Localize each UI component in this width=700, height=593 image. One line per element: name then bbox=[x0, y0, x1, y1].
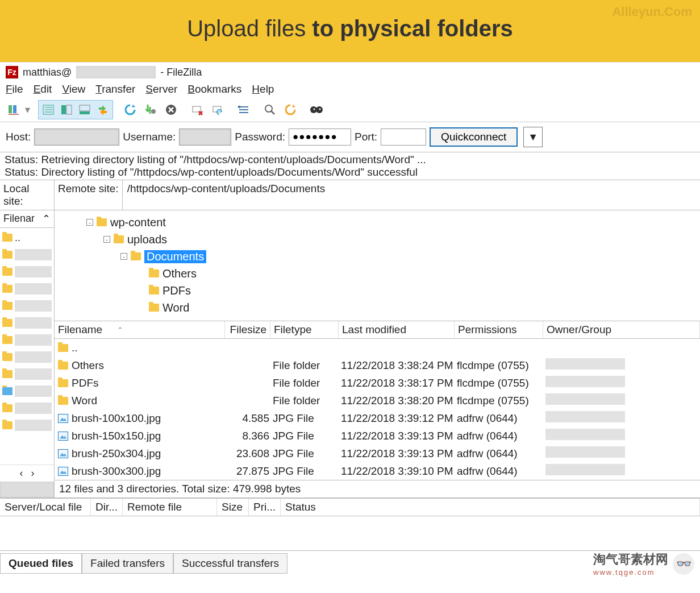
file-row[interactable]: brush-150x150.jpg 8.366 JPG File 11/22/2… bbox=[55, 427, 700, 445]
tab-queued[interactable]: Queued files bbox=[0, 553, 82, 574]
menu-transfer[interactable]: Transfer bbox=[95, 83, 135, 96]
process-queue-icon[interactable] bbox=[141, 101, 160, 118]
remote-site-path[interactable]: /httpdocs/wp-content/uploads/Documents bbox=[123, 180, 700, 210]
menu-server[interactable]: Server bbox=[145, 83, 177, 96]
queue-body[interactable] bbox=[0, 516, 700, 550]
local-scrollbar[interactable]: ‹› bbox=[0, 465, 54, 482]
redacted-text bbox=[545, 429, 625, 440]
file-modified: 11/22/2018 3:38:24 PM bbox=[341, 359, 457, 372]
expander-icon[interactable]: - bbox=[86, 219, 93, 226]
redacted-text bbox=[15, 249, 52, 260]
cancel-icon[interactable] bbox=[162, 101, 180, 118]
port-input[interactable] bbox=[381, 128, 426, 146]
redacted-text bbox=[15, 317, 52, 329]
svg-rect-7 bbox=[61, 105, 66, 114]
reconnect-icon[interactable] bbox=[209, 101, 227, 118]
toggle-queue-icon[interactable] bbox=[76, 101, 94, 118]
col-permissions[interactable]: Permissions bbox=[455, 321, 543, 338]
col-owner[interactable]: Owner/Group bbox=[543, 321, 700, 338]
qcol-status[interactable]: Status bbox=[281, 499, 700, 516]
tree-item[interactable]: PDFs bbox=[83, 282, 694, 299]
compare-icon[interactable] bbox=[281, 101, 299, 118]
expander-icon[interactable]: - bbox=[103, 236, 110, 243]
file-permissions: flcdmpe (0755) bbox=[457, 395, 545, 407]
titlebar[interactable]: Fz matthias@ - FileZilla bbox=[0, 63, 700, 81]
find-icon[interactable] bbox=[307, 101, 326, 118]
bottom-tabs: Queued files Failed transfers Successful… bbox=[0, 550, 700, 577]
file-permissions: flcdmpe (0755) bbox=[457, 377, 545, 389]
local-header[interactable]: Filenar⌃ bbox=[0, 210, 54, 228]
password-input[interactable] bbox=[289, 128, 351, 146]
quickconnect-dropdown-icon[interactable]: ▼ bbox=[523, 127, 543, 147]
queue-header[interactable]: Server/Local file Dir... Remote file Siz… bbox=[0, 498, 700, 516]
disconnect-icon[interactable] bbox=[188, 101, 206, 118]
folder-icon bbox=[2, 353, 13, 361]
col-filesize[interactable]: Filesize bbox=[225, 321, 270, 338]
sync-browse-icon[interactable] bbox=[94, 101, 112, 118]
local-parent-row[interactable]: .. bbox=[2, 229, 52, 246]
tree-item[interactable]: Word bbox=[83, 299, 694, 316]
image-file-icon bbox=[58, 449, 68, 458]
col-filetype[interactable]: Filetype bbox=[270, 321, 339, 338]
local-item[interactable] bbox=[2, 263, 52, 280]
filezilla-logo-icon: Fz bbox=[6, 66, 18, 78]
local-item[interactable] bbox=[2, 280, 52, 297]
username-input[interactable] bbox=[179, 128, 231, 146]
qcol-size[interactable]: Size bbox=[217, 499, 249, 516]
local-item[interactable] bbox=[2, 331, 52, 349]
quickconnect-button[interactable]: Quickconnect bbox=[430, 127, 518, 147]
toolbar: ▾ bbox=[0, 98, 700, 122]
qcol-remote[interactable]: Remote file bbox=[123, 499, 217, 516]
col-filename[interactable]: Filename⌃ bbox=[55, 321, 225, 338]
local-item[interactable] bbox=[2, 383, 52, 400]
local-item[interactable] bbox=[2, 314, 52, 331]
local-item[interactable] bbox=[2, 349, 52, 366]
file-modified: 11/22/2018 3:39:12 PM bbox=[341, 412, 457, 425]
menu-view[interactable]: View bbox=[62, 83, 85, 96]
host-input[interactable] bbox=[34, 128, 119, 146]
file-row[interactable]: PDFs File folder 11/22/2018 3:38:17 PM f… bbox=[55, 374, 700, 392]
file-row[interactable]: Others File folder 11/22/2018 3:38:24 PM… bbox=[55, 356, 700, 374]
svg-rect-8 bbox=[66, 105, 72, 114]
remote-tree[interactable]: -wp-content-uploads-DocumentsOthersPDFsW… bbox=[55, 210, 700, 321]
menu-help[interactable]: Help bbox=[252, 83, 274, 96]
scroll-right-icon[interactable]: › bbox=[31, 467, 35, 479]
menu-file[interactable]: File bbox=[6, 83, 23, 96]
local-item[interactable] bbox=[2, 297, 52, 314]
tree-item[interactable]: -wp-content bbox=[83, 214, 694, 231]
col-lastmodified[interactable]: Last modified bbox=[339, 321, 455, 338]
file-row[interactable]: brush-250x304.jpg 23.608 JPG File 11/22/… bbox=[55, 445, 700, 462]
tree-item[interactable]: -Documents bbox=[83, 248, 694, 265]
local-item[interactable] bbox=[2, 417, 52, 434]
scroll-left-icon[interactable]: ‹ bbox=[20, 467, 23, 479]
toggle-tree-icon[interactable] bbox=[57, 101, 76, 118]
remote-file-list[interactable]: .. Others File folder 11/22/2018 3:38:24… bbox=[55, 339, 700, 480]
qcol-pri[interactable]: Pri... bbox=[249, 499, 281, 516]
tab-failed[interactable]: Failed transfers bbox=[82, 553, 173, 574]
local-item[interactable] bbox=[2, 246, 52, 263]
file-row[interactable]: Word File folder 11/22/2018 3:38:20 PM f… bbox=[55, 392, 700, 409]
tree-item[interactable]: Others bbox=[83, 265, 694, 282]
file-row[interactable]: brush-300x300.jpg 27.875 JPG File 11/22/… bbox=[55, 462, 700, 480]
menu-edit[interactable]: Edit bbox=[34, 83, 52, 96]
menu-bookmarks[interactable]: Bookmarks bbox=[188, 83, 241, 96]
tree-item[interactable]: -uploads bbox=[83, 231, 694, 248]
folder-icon bbox=[149, 287, 159, 295]
status-log[interactable]: Status: Retrieving directory listing of … bbox=[0, 152, 700, 180]
site-manager-icon[interactable] bbox=[5, 101, 23, 118]
redacted-text bbox=[15, 266, 52, 277]
tab-successful[interactable]: Successful transfers bbox=[173, 553, 288, 574]
expander-icon[interactable]: - bbox=[120, 253, 127, 260]
filter-icon[interactable] bbox=[235, 101, 253, 118]
local-file-list[interactable]: .. bbox=[0, 228, 54, 465]
qcol-dir[interactable]: Dir... bbox=[91, 499, 123, 516]
refresh-icon[interactable] bbox=[121, 101, 139, 118]
remote-grid-header[interactable]: Filename⌃ Filesize Filetype Last modifie… bbox=[55, 321, 700, 339]
file-row[interactable]: brush-100x100.jpg 4.585 JPG File 11/22/2… bbox=[55, 409, 700, 427]
search-icon[interactable] bbox=[261, 101, 279, 118]
parent-dir-row[interactable]: .. bbox=[55, 339, 700, 356]
local-item[interactable] bbox=[2, 400, 52, 417]
local-item[interactable] bbox=[2, 366, 52, 383]
qcol-server[interactable]: Server/Local file bbox=[0, 499, 91, 516]
toggle-log-icon[interactable] bbox=[39, 101, 57, 118]
